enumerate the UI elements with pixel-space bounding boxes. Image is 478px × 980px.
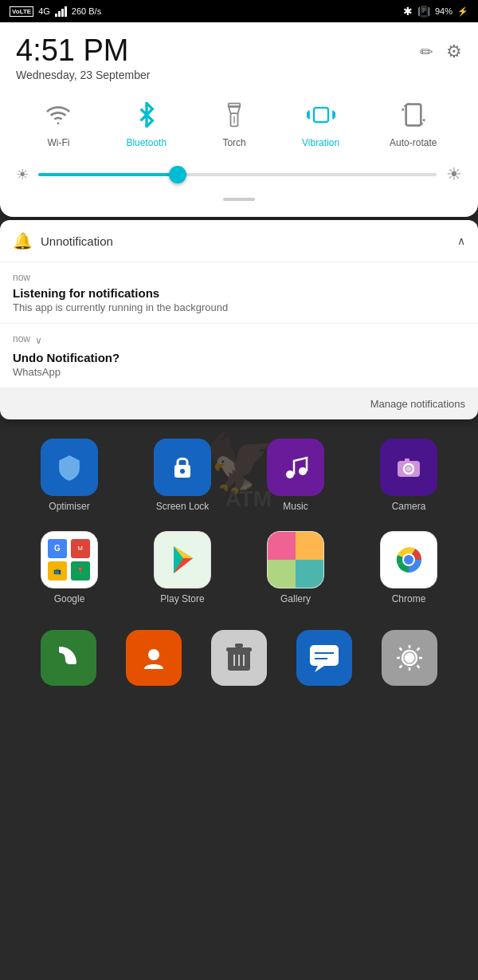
manage-notifications-button[interactable]: Manage notifications	[0, 388, 478, 419]
qs-action-icons[interactable]: ✏ ⚙	[420, 41, 462, 62]
optimiser-icon	[41, 439, 98, 496]
playstore-icon	[154, 531, 211, 588]
app-google[interactable]: G M 📺 📍 Google	[29, 531, 109, 604]
notification-item-2[interactable]: now ∨ Undo Notification? WhatsApp	[0, 324, 478, 388]
autorotate-icon	[396, 97, 431, 132]
app-camera[interactable]: Camera	[369, 439, 449, 512]
notif-time-row-2: now ∨	[13, 333, 465, 348]
svg-rect-2	[229, 104, 240, 108]
status-right: ✱ 📳 94% ⚡	[403, 5, 468, 18]
brightness-low-icon: ☀	[16, 166, 29, 183]
camera-label: Camera	[392, 501, 426, 512]
dock-phone[interactable]	[41, 630, 96, 686]
notif-body-1: This app is currently running in the bac…	[13, 301, 465, 313]
svg-rect-25	[296, 560, 323, 588]
notif-title-1: Listening for notifications	[13, 286, 465, 300]
notification-item-1[interactable]: now Listening for notifications This app…	[0, 262, 478, 324]
dock-row	[13, 630, 465, 686]
atm-watermark: ATM	[225, 486, 272, 512]
svg-point-30	[404, 555, 413, 565]
settings-dock-icon	[382, 630, 437, 686]
app-gallery[interactable]: Gallery	[256, 531, 335, 604]
edit-icon[interactable]: ✏	[420, 42, 433, 61]
quick-settings-panel: 4:51 PM Wednesday, 23 September ✏ ⚙ Wi-F…	[0, 22, 478, 217]
brightness-slider[interactable]	[38, 173, 437, 176]
camera-icon	[380, 439, 437, 496]
screenlock-label: Screen Lock	[156, 501, 210, 512]
toggle-bluetooth[interactable]: Bluetooth	[126, 97, 167, 148]
app-row-2: G M 📺 📍 Google Play Store	[13, 531, 465, 604]
optimiser-label: Optimiser	[49, 501, 89, 512]
svg-rect-9	[406, 104, 421, 126]
notif-body-2: WhatsApp	[13, 366, 465, 378]
brightness-row: ☀ ☀	[16, 164, 462, 185]
dock-contacts[interactable]	[126, 630, 182, 686]
status-bar: VoLTE 4G 260 B/s ✱ 📳 94% ⚡	[0, 0, 478, 22]
delete-dock-icon	[211, 630, 267, 686]
vibrate-status-icon: 📳	[417, 6, 430, 18]
chrome-icon	[380, 531, 437, 588]
dock-delete[interactable]	[211, 630, 267, 686]
contacts-dock-icon	[126, 630, 182, 686]
messages-dock-icon	[296, 630, 352, 686]
torch-label: Torch	[222, 137, 245, 148]
vibration-label: Vibration	[302, 137, 339, 148]
toggles-row: Wi-Fi Bluetooth Torch	[16, 97, 462, 148]
current-date: Wednesday, 23 September	[16, 69, 150, 81]
dock-settings[interactable]	[382, 630, 437, 686]
bluetooth-icon	[129, 97, 164, 132]
svg-point-16	[406, 466, 411, 471]
notif-header[interactable]: 🔔 Unnotification ∧	[0, 220, 478, 262]
svg-rect-34	[235, 643, 243, 647]
svg-point-13	[299, 467, 307, 475]
bluetooth-status-icon: ✱	[403, 5, 413, 18]
svg-rect-24	[268, 560, 296, 588]
app-optimiser[interactable]: Optimiser	[29, 439, 109, 512]
notif-chevron-icon: ∧	[457, 234, 465, 247]
music-icon	[267, 439, 324, 496]
network-speed: 260 B/s	[72, 6, 101, 16]
qs-header: 4:51 PM Wednesday, 23 September ✏ ⚙	[16, 35, 462, 81]
app-playstore[interactable]: Play Store	[143, 531, 222, 604]
toggle-vibration[interactable]: Vibration	[302, 97, 339, 148]
svg-point-11	[180, 469, 185, 474]
wifi-icon	[41, 97, 76, 132]
status-left: VoLTE 4G 260 B/s	[10, 6, 101, 17]
gallery-label: Gallery	[280, 593, 311, 604]
music-label: Music	[283, 501, 308, 512]
settings-icon[interactable]: ⚙	[446, 41, 462, 62]
dock-messages[interactable]	[296, 630, 352, 686]
network-type: 4G	[38, 6, 50, 16]
playstore-label: Play Store	[160, 593, 204, 604]
toggle-torch[interactable]: Torch	[217, 97, 252, 148]
toggle-autorotate[interactable]: Auto-rotate	[390, 97, 437, 148]
notif-time-2: now	[13, 333, 30, 344]
unnotification-icon: 🔔	[13, 231, 33, 250]
notif-expand-icon[interactable]: ∨	[35, 335, 42, 346]
svg-point-12	[286, 470, 294, 478]
wifi-label: Wi-Fi	[47, 137, 69, 148]
app-grid: 🦅 Optimiser Screen Lock	[0, 423, 478, 702]
torch-icon	[217, 97, 252, 132]
notif-title-2: Undo Notification?	[13, 351, 465, 364]
toggle-wifi[interactable]: Wi-Fi	[41, 97, 76, 148]
time-date-block: 4:51 PM Wednesday, 23 September	[16, 35, 150, 81]
volte-badge: VoLTE	[10, 6, 33, 17]
app-chrome[interactable]: Chrome	[369, 531, 449, 604]
qs-handle[interactable]	[16, 198, 462, 201]
brightness-high-icon: ☀	[446, 164, 462, 185]
handle-bar	[223, 198, 255, 201]
svg-point-31	[148, 649, 159, 660]
autorotate-label: Auto-rotate	[390, 137, 437, 148]
svg-point-0	[57, 122, 60, 124]
google-label: Google	[54, 593, 85, 604]
screenlock-icon	[154, 439, 211, 496]
svg-marker-39	[315, 666, 324, 672]
notification-panel: 🔔 Unnotification ∧ now Listening for not…	[0, 220, 478, 419]
gallery-icon	[267, 531, 324, 588]
notif-time-1: now	[13, 272, 465, 283]
svg-rect-4	[314, 108, 328, 122]
svg-rect-17	[405, 459, 409, 462]
brightness-thumb[interactable]	[169, 166, 186, 183]
svg-rect-33	[226, 647, 252, 651]
